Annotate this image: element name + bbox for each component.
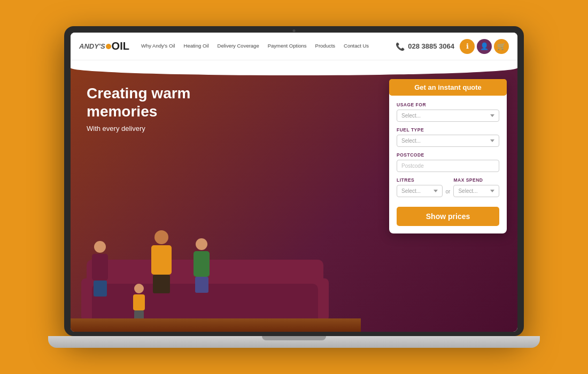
nav-link-heating[interactable]: Heating Oil <box>181 41 212 51</box>
litres-col: LITRES Select... 500L 900L 1000L <box>397 177 443 197</box>
user-button[interactable]: 👤 <box>477 39 492 54</box>
laptop-wrapper: ANDY'S OIL Why Andy's Oil Heating Oil De… <box>48 26 540 348</box>
header-curve <box>71 60 517 75</box>
headline-line1: Creating warm <box>87 85 191 102</box>
litres-maxspend-group: LITRES Select... 500L 900L 1000L or <box>397 177 499 197</box>
nav-icon-group: ℹ 👤 🛒 <box>460 39 509 54</box>
figure-kid <box>129 284 148 321</box>
usage-for-label: USAGE FOR <box>397 102 499 107</box>
main-content: Creating warm memories With every delive… <box>71 60 517 332</box>
floor <box>71 318 361 332</box>
max-spend-select[interactable]: Select... £100 £200 £500 <box>453 185 499 197</box>
quote-form: Get an instant quote USAGE FOR Select...… <box>389 79 507 233</box>
illustration <box>71 128 361 332</box>
info-button[interactable]: ℹ <box>460 39 475 54</box>
phone-text: 028 3885 3064 <box>408 42 454 50</box>
fuel-type-select[interactable]: Select... Kerosene Gas Oil <box>397 135 499 147</box>
nav-links: Why Andy's Oil Heating Oil Delivery Cove… <box>138 41 396 51</box>
postcode-input[interactable] <box>397 160 499 172</box>
cart-button[interactable]: 🛒 <box>494 39 509 54</box>
quote-form-title: Get an instant quote <box>389 79 507 96</box>
max-spend-col: MAX SPEND Select... £100 £200 £500 <box>453 177 499 197</box>
postcode-label: POSTCODE <box>397 152 499 158</box>
headline: Creating warm memories <box>87 84 191 120</box>
headline-line2: memories <box>87 103 157 120</box>
usage-for-group: USAGE FOR Select... Domestic Commercial … <box>397 102 499 122</box>
fuel-type-group: FUEL TYPE Select... Kerosene Gas Oil <box>397 127 499 147</box>
logo-oil: OIL <box>112 40 129 52</box>
show-prices-button[interactable]: Show prices <box>397 207 499 226</box>
postcode-group: POSTCODE <box>397 152 499 172</box>
logo-dot <box>106 44 111 49</box>
subheadline: With every delivery <box>87 124 191 133</box>
laptop-shell: ANDY'S OIL Why Andy's Oil Heating Oil De… <box>64 26 524 336</box>
camera-dot <box>293 29 296 32</box>
litres-select[interactable]: Select... 500L 900L 1000L <box>397 185 443 197</box>
litres-label: LITRES <box>397 177 443 183</box>
laptop-base <box>48 336 540 348</box>
fuel-type-label: FUEL TYPE <box>397 127 499 133</box>
nav-link-delivery[interactable]: Delivery Coverage <box>214 41 262 51</box>
phone-number: 📞 028 3885 3064 <box>396 42 454 51</box>
navbar: ANDY'S OIL Why Andy's Oil Heating Oil De… <box>71 33 517 60</box>
phone-icon: 📞 <box>396 42 405 51</box>
figure-man <box>145 230 177 300</box>
logo: ANDY'S OIL <box>79 40 129 52</box>
headline-section: Creating warm memories With every delive… <box>87 84 191 133</box>
figure-teen <box>188 238 215 300</box>
usage-for-select[interactable]: Select... Domestic Commercial Agricultur… <box>397 110 499 122</box>
logo-andys: ANDY'S <box>79 42 105 50</box>
nav-link-contact[interactable]: Contact Us <box>341 41 372 51</box>
nav-link-why[interactable]: Why Andy's Oil <box>138 41 179 51</box>
laptop-screen: ANDY'S OIL Why Andy's Oil Heating Oil De… <box>71 33 517 332</box>
nav-link-payment[interactable]: Payment Options <box>265 41 310 51</box>
or-separator: or <box>446 180 451 194</box>
nav-link-products[interactable]: Products <box>312 41 339 51</box>
litres-maxspend-row: LITRES Select... 500L 900L 1000L or <box>397 177 499 197</box>
max-spend-label: MAX SPEND <box>453 177 499 183</box>
figure-woman <box>87 241 113 300</box>
